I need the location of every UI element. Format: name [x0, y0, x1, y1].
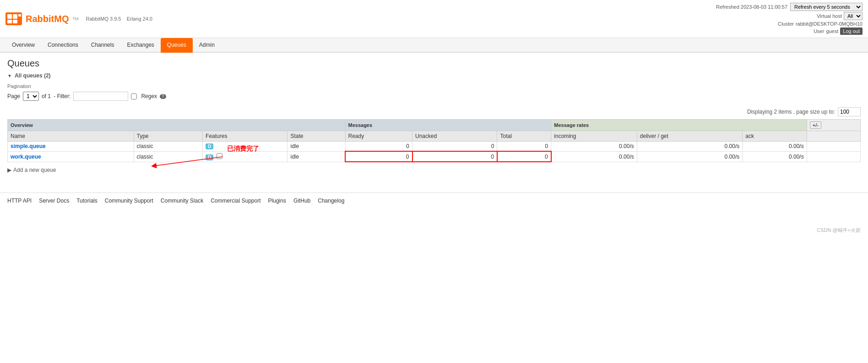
- footer-plugins[interactable]: Plugins: [268, 198, 286, 204]
- svg-line-6: [154, 157, 222, 166]
- row-deliver-get: 0.00/s: [637, 151, 743, 162]
- watermark: CSDN @蜗牛+火箭: [0, 227, 868, 234]
- message-rates-section-header: Message rates: [551, 120, 807, 131]
- col-deliver-get-header: deliver / get: [637, 131, 743, 142]
- row-name[interactable]: simple.queue: [8, 142, 134, 152]
- svg-rect-5: [18, 14, 21, 16]
- page-select[interactable]: 1: [23, 92, 39, 101]
- row-incoming: 0.00/s: [551, 151, 637, 162]
- plus-minus-button[interactable]: +/-: [810, 121, 821, 129]
- footer-changelog[interactable]: Changelog: [318, 198, 344, 204]
- displaying-info: Displaying 2 items , page size up to:: [7, 107, 861, 116]
- cluster-label: Cluster: [778, 21, 794, 27]
- row-ready: 0: [345, 142, 412, 152]
- footer-tutorials[interactable]: Tutorials: [76, 198, 98, 204]
- row-name[interactable]: work.queue: [8, 151, 134, 162]
- vhost-label: Virtual host: [817, 13, 842, 19]
- refresh-row: Refreshed 2023-08-03 11:00:57 Refresh ev…: [716, 3, 863, 11]
- nav-item-queues[interactable]: Queues: [161, 38, 193, 53]
- footer-server-docs[interactable]: Server Docs: [39, 198, 69, 204]
- footer-github[interactable]: GitHub: [293, 198, 310, 204]
- footer-community-slack[interactable]: Community Slack: [161, 198, 203, 204]
- logo-area: RabbitMQ TM: [5, 12, 78, 25]
- col-ack-header: ack: [743, 131, 807, 142]
- regex-help-icon[interactable]: ?: [160, 94, 166, 99]
- nav-item-connections[interactable]: Connections: [41, 38, 85, 53]
- table-row: work.queue classic D idle 0 0 0 0.00/s 0…: [8, 151, 861, 162]
- row-ack: 0.00/s: [743, 142, 807, 152]
- filter-input[interactable]: [73, 92, 128, 101]
- version-info: RabbitMQ 3.9.5 Erlang 24.0: [86, 16, 152, 22]
- nav-item-overview[interactable]: Overview: [5, 38, 41, 53]
- nav-item-channels[interactable]: Channels: [85, 38, 121, 53]
- row-type: classic: [134, 142, 203, 152]
- footer-community-support[interactable]: Community Support: [105, 198, 153, 204]
- svg-rect-1: [7, 14, 12, 19]
- displaying-text: Displaying 2 items , page size up to:: [747, 109, 835, 115]
- svg-rect-3: [7, 20, 12, 23]
- row-total-highlighted: 0: [497, 151, 551, 162]
- refreshed-text: Refreshed 2023-08-03 11:00:57: [716, 4, 787, 10]
- page-label: Page: [7, 93, 20, 99]
- queues-tbody: simple.queue classic D idle 0 0 0 0.00/s…: [8, 142, 861, 162]
- refresh-select[interactable]: Refresh every 5 seconds Refresh every 10…: [790, 3, 863, 11]
- row-state: idle: [288, 151, 345, 162]
- row-ack: 0.00/s: [743, 151, 807, 162]
- row-deliver-get: 0.00/s: [637, 142, 743, 152]
- logout-button[interactable]: Log out: [840, 28, 863, 35]
- col-unacked-header: Unacked: [412, 131, 497, 142]
- footer-commercial-support[interactable]: Commercial Support: [211, 198, 260, 204]
- overview-section-header: Overview: [8, 120, 346, 131]
- row-ready-highlighted: 0: [345, 151, 412, 162]
- footer: HTTP API Server Docs Tutorials Community…: [0, 192, 868, 209]
- add-queue-row: ▶ Add a new queue: [7, 167, 861, 173]
- page-title: Queues: [7, 58, 861, 69]
- logo-tm: TM: [72, 16, 78, 21]
- add-queue-arrow: ▶: [7, 167, 11, 173]
- pagination-controls: Page 1 of 1 - Filter: Regex ?: [7, 92, 861, 101]
- all-queues-arrow: ▼: [7, 73, 12, 78]
- col-incoming-header: incoming: [551, 131, 637, 142]
- cluster-row: Cluster rabbit@DESKTOP-0MQBH10: [778, 21, 863, 27]
- of-label: of 1: [42, 93, 51, 99]
- rabbitmq-logo-icon: [5, 12, 22, 25]
- vhost-row: Virtual host All /: [817, 12, 863, 20]
- row-incoming: 0.00/s: [551, 142, 637, 152]
- page-size-input[interactable]: [838, 107, 861, 116]
- nav-item-exchanges[interactable]: Exchanges: [120, 38, 160, 53]
- user-label: User: [814, 28, 824, 34]
- logo-text: RabbitMQ: [26, 14, 69, 24]
- cluster-value: rabbit@DESKTOP-0MQBH10: [796, 21, 863, 27]
- row-total: 0: [497, 142, 551, 152]
- all-queues-label: All queues (2): [15, 72, 51, 79]
- col-state-header: State: [288, 131, 345, 142]
- user-row: User guest Log out: [814, 28, 863, 35]
- row-unacked-highlighted: 0: [412, 151, 497, 162]
- svg-rect-4: [13, 20, 17, 23]
- col-type-header: Type: [134, 131, 203, 142]
- pagination-label: Pagination: [7, 83, 861, 89]
- red-arrow-annotation: [149, 152, 287, 175]
- queues-table: Overview Messages Message rates +/- Name…: [7, 119, 861, 162]
- footer-http-api[interactable]: HTTP API: [7, 198, 32, 204]
- consumed-annotation: 已消费完了: [227, 145, 259, 153]
- queues-table-wrapper: Overview Messages Message rates +/- Name…: [7, 119, 861, 162]
- messages-section-header: Messages: [345, 120, 551, 131]
- nav-item-admin[interactable]: Admin: [193, 38, 221, 53]
- col-features-header: Features: [203, 131, 288, 142]
- regex-label: Regex: [141, 93, 157, 99]
- add-queue-toggle[interactable]: ▶ Add a new queue: [7, 167, 861, 173]
- all-queues-toggle[interactable]: ▼ All queues (2): [7, 72, 861, 79]
- filter-label: - Filter:: [54, 93, 71, 99]
- svg-rect-2: [13, 14, 17, 19]
- vhost-select[interactable]: All /: [844, 12, 863, 20]
- user-value: guest: [826, 28, 838, 34]
- col-total-header: Total: [497, 131, 551, 142]
- add-queue-label: Add a new queue: [13, 167, 56, 173]
- row-state: idle: [288, 142, 345, 152]
- nav-bar: Overview Connections Channels Exchanges …: [0, 38, 868, 53]
- col-ready-header: Ready: [345, 131, 412, 142]
- col-name-header: Name: [8, 131, 134, 142]
- regex-checkbox[interactable]: [131, 94, 137, 99]
- row-unacked: 0: [412, 142, 497, 152]
